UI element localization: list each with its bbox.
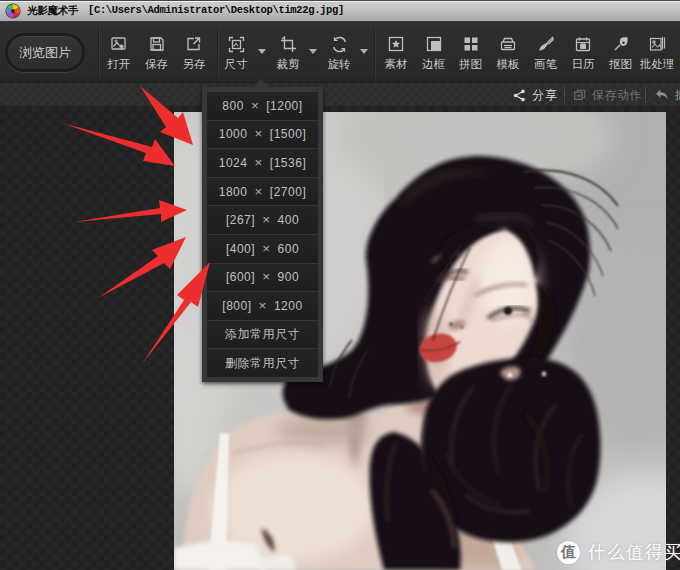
svg-text:12: 12 — [580, 44, 586, 49]
